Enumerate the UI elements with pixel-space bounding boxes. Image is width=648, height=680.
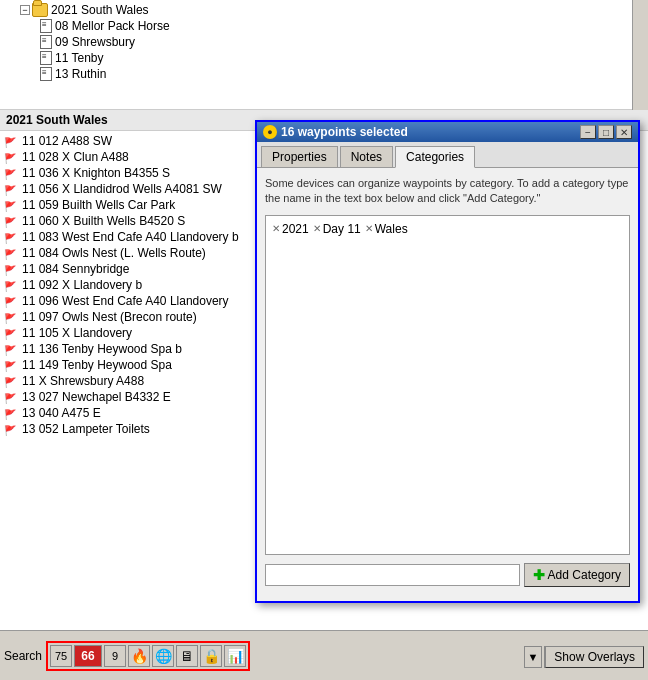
tab-notes[interactable]: Notes [340,146,393,167]
modal-title-icon: ● [263,125,277,139]
doc-icon [40,67,52,81]
toolbar-btn-count9[interactable]: 9 [104,645,126,667]
expand-button[interactable]: − [20,5,30,15]
tag-remove-day11[interactable]: ✕ [313,223,321,234]
show-overlays-button[interactable]: Show Overlays [545,646,644,668]
category-tags: ✕ 2021 ✕ Day 11 ✕ Wales [272,222,623,236]
tag-label-day11: Day 11 [323,222,361,236]
flag-icon [4,167,18,179]
modal-title-left: ● 16 waypoints selected [263,125,408,139]
waypoint-label: 11 036 X Knighton B4355 S [22,166,170,180]
doc-icon [40,35,52,49]
tree-doc-item-2[interactable]: 09 Shrewsbury [4,34,644,50]
minimize-button[interactable]: − [580,125,596,139]
waypoint-label: 11 084 Owls Nest (L. Wells Route) [22,246,206,260]
waypoint-label: 11 059 Builth Wells Car Park [22,198,175,212]
waypoint-label: 11 056 X Llandidrod Wells A4081 SW [22,182,222,196]
toolbar-btn-flame[interactable]: 🔥 [128,645,150,667]
flag-icon [4,135,18,147]
count-75: 75 [55,650,67,662]
waypoint-label: 13 027 Newchapel B4332 E [22,390,171,404]
dropdown-arrow[interactable]: ▼ [524,646,542,668]
close-button[interactable]: ✕ [616,125,632,139]
waypoint-label: 11 092 X Llandovery b [22,278,142,292]
category-tag-wales: ✕ Wales [365,222,408,236]
waypoint-label: 11 060 X Builth Wells B4520 S [22,214,185,228]
waypoint-label: 11 012 A488 SW [22,134,112,148]
flag-icon [4,199,18,211]
tree-item-label: 13 Ruthin [55,67,106,81]
toolbar-btn-count75[interactable]: 75 [50,645,72,667]
tree-area: − 2021 South Wales 08 Mellor Pack Horse … [0,0,648,110]
waypoint-label: 11 136 Tenby Heywood Spa b [22,342,182,356]
tree-scrollbar[interactable] [632,0,648,110]
doc-icon [40,51,52,65]
category-input[interactable] [265,564,520,586]
modal-description: Some devices can organize waypoints by c… [265,176,630,207]
waypoint-label: 11 097 Owls Nest (Brecon route) [22,310,197,324]
flag-icon [4,343,18,355]
flag-icon [4,263,18,275]
flag-icon [4,327,18,339]
modal-footer: ✚ Add Category [265,563,630,593]
tag-remove-2021[interactable]: ✕ [272,223,280,234]
toolbar-icons-group: 75 66 9 🔥 🌐 🖥 🔒 📊 [46,641,250,671]
waypoint-label: 13 040 A475 E [22,406,101,420]
waypoint-label: 11 X Shrewsbury A488 [22,374,144,388]
search-label: Search [4,649,42,663]
add-category-label: Add Category [548,568,621,582]
plus-icon: ✚ [533,567,545,583]
flag-icon [4,311,18,323]
flag-icon [4,423,18,435]
waypoint-label: 11 083 West End Cafe A40 Llandovery b [22,230,239,244]
count-9: 9 [112,650,118,662]
tree-doc-item-1[interactable]: 08 Mellor Pack Horse [4,18,644,34]
folder-icon [32,3,48,17]
tree-doc-item-4[interactable]: 13 Ruthin [4,66,644,82]
bottom-toolbar: Search 75 66 9 🔥 🌐 🖥 🔒 📊 ▼ ⊟ Show Overla… [0,630,648,680]
tree-folder-item[interactable]: − 2021 South Wales [4,2,644,18]
toolbar-btn-monitor[interactable]: 🖥 [176,645,198,667]
label-a66: 66 [81,649,94,663]
tree-item-label: 09 Shrewsbury [55,35,135,49]
flag-icon [4,279,18,291]
modal-body: Some devices can organize waypoints by c… [257,168,638,601]
tag-label-2021: 2021 [282,222,309,236]
flag-icon [4,215,18,227]
tag-label-wales: Wales [375,222,408,236]
category-tag-2021: ✕ 2021 [272,222,309,236]
toolbar-btn-lock[interactable]: 🔒 [200,645,222,667]
tab-properties[interactable]: Properties [261,146,338,167]
tree-item-label: 11 Tenby [55,51,104,65]
flag-icon [4,247,18,259]
waypoint-label: 11 149 Tenby Heywood Spa [22,358,172,372]
modal-title-controls: − □ ✕ [580,125,632,139]
toolbar-btn-globe[interactable]: 🌐 [152,645,174,667]
modal-title-text: 16 waypoints selected [281,125,408,139]
tab-categories[interactable]: Categories [395,146,475,168]
flag-icon [4,295,18,307]
doc-icon [40,19,52,33]
tag-remove-wales[interactable]: ✕ [365,223,373,234]
tree-item-label: 08 Mellor Pack Horse [55,19,170,33]
waypoint-label: 11 105 X Llandovery [22,326,132,340]
flag-icon [4,359,18,371]
maximize-button[interactable]: □ [598,125,614,139]
flag-icon [4,183,18,195]
waypoint-label: 11 028 X Clun A488 [22,150,129,164]
flag-icon [4,231,18,243]
waypoint-label: 13 052 Lampeter Toilets [22,422,150,436]
flag-icon [4,407,18,419]
toolbar-btn-text-a[interactable]: 66 [74,645,102,667]
modal-tabs: Properties Notes Categories [257,142,638,168]
modal-titlebar: ● 16 waypoints selected − □ ✕ [257,122,638,142]
waypoint-label: 11 096 West End Cafe A40 Llandovery [22,294,229,308]
add-category-button[interactable]: ✚ Add Category [524,563,630,587]
categories-area: ✕ 2021 ✕ Day 11 ✕ Wales [265,215,630,555]
flag-icon [4,151,18,163]
flag-icon [4,391,18,403]
toolbar-btn-chart[interactable]: 📊 [224,645,246,667]
tree-doc-item-3[interactable]: 11 Tenby [4,50,644,66]
folder-label: 2021 South Wales [51,3,149,17]
waypoint-label: 11 084 Sennybridge [22,262,129,276]
